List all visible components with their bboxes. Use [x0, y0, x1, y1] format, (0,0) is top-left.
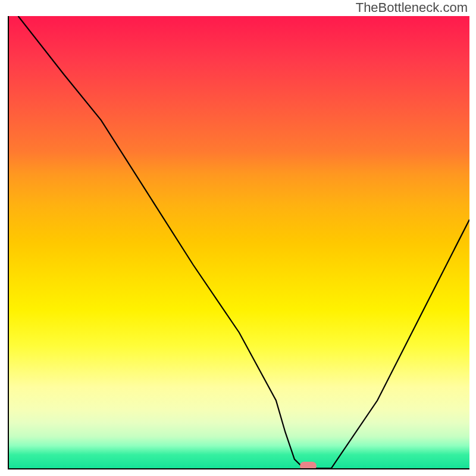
chart-container: TheBottleneck.com — [0, 0, 476, 476]
curve-layer — [9, 16, 469, 468]
plot-area — [8, 16, 469, 469]
bottleneck-curve-path — [18, 16, 470, 468]
watermark-text: TheBottleneck.com — [356, 0, 468, 15]
optimal-marker — [300, 462, 317, 469]
